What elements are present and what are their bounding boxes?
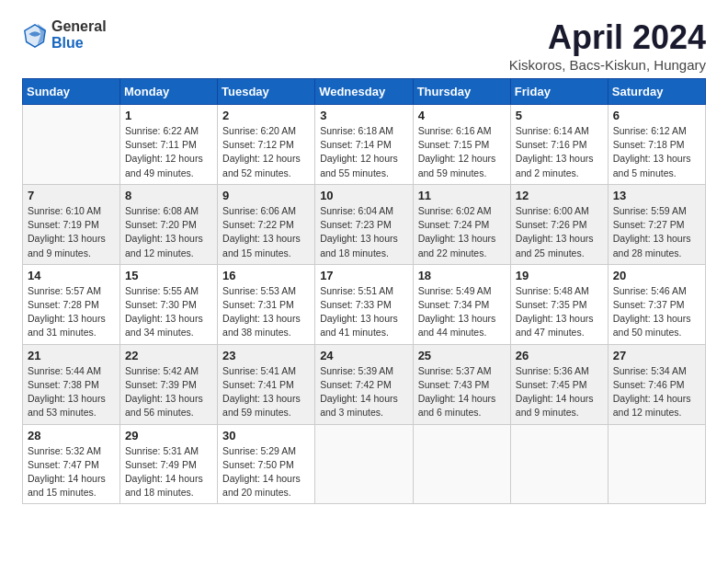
calendar-cell: [608, 424, 705, 504]
day-info: Sunrise: 5:55 AMSunset: 7:30 PMDaylight:…: [125, 284, 212, 340]
calendar-cell: 1Sunrise: 6:22 AMSunset: 7:11 PMDaylight…: [120, 105, 218, 185]
day-number: 11: [418, 189, 506, 202]
day-number: 18: [418, 269, 506, 282]
logo: General Blue: [22, 18, 107, 52]
calendar-cell: 11Sunrise: 6:02 AMSunset: 7:24 PMDayligh…: [413, 184, 510, 264]
calendar-cell: 6Sunrise: 6:12 AMSunset: 7:18 PMDaylight…: [608, 105, 705, 185]
day-info: Sunrise: 6:20 AMSunset: 7:12 PMDaylight:…: [222, 124, 310, 180]
logo-text: General Blue: [51, 18, 107, 52]
calendar-table: SundayMondayTuesdayWednesdayThursdayFrid…: [22, 78, 706, 504]
calendar-cell: 12Sunrise: 6:00 AMSunset: 7:26 PMDayligh…: [510, 184, 608, 264]
calendar-cell: 19Sunrise: 5:48 AMSunset: 7:35 PMDayligh…: [510, 264, 608, 344]
calendar-cell: 16Sunrise: 5:53 AMSunset: 7:31 PMDayligh…: [218, 264, 315, 344]
calendar-cell: [413, 424, 510, 504]
day-number: 3: [320, 109, 407, 122]
week-row-3: 14Sunrise: 5:57 AMSunset: 7:28 PMDayligh…: [23, 264, 706, 344]
page-header: General Blue April 2024 Kiskoros, Bacs-K…: [22, 18, 706, 73]
weekday-header-row: SundayMondayTuesdayWednesdayThursdayFrid…: [23, 79, 706, 105]
day-info: Sunrise: 6:04 AMSunset: 7:23 PMDaylight:…: [320, 204, 407, 260]
day-info: Sunrise: 5:34 AMSunset: 7:46 PMDaylight:…: [613, 364, 700, 420]
weekday-header-sunday: Sunday: [23, 79, 120, 105]
calendar-cell: [315, 424, 413, 504]
calendar-cell: 25Sunrise: 5:37 AMSunset: 7:43 PMDayligh…: [413, 344, 510, 424]
weekday-header-friday: Friday: [510, 79, 608, 105]
day-number: 26: [516, 349, 603, 362]
day-number: 27: [613, 349, 700, 362]
day-number: 9: [222, 189, 310, 202]
day-number: 13: [613, 189, 700, 202]
day-info: Sunrise: 5:44 AMSunset: 7:38 PMDaylight:…: [28, 364, 115, 420]
calendar-cell: [23, 105, 120, 185]
day-number: 7: [28, 189, 115, 202]
day-number: 30: [222, 429, 310, 442]
weekday-header-tuesday: Tuesday: [218, 79, 315, 105]
title-area: April 2024 Kiskoros, Bacs-Kiskun, Hungar…: [509, 18, 706, 73]
day-info: Sunrise: 5:31 AMSunset: 7:49 PMDaylight:…: [125, 444, 212, 500]
day-number: 22: [125, 349, 212, 362]
day-info: Sunrise: 5:37 AMSunset: 7:43 PMDaylight:…: [418, 364, 506, 420]
day-number: 17: [320, 269, 407, 282]
calendar-cell: 21Sunrise: 5:44 AMSunset: 7:38 PMDayligh…: [23, 344, 120, 424]
day-info: Sunrise: 5:46 AMSunset: 7:37 PMDaylight:…: [613, 284, 700, 340]
day-info: Sunrise: 5:39 AMSunset: 7:42 PMDaylight:…: [320, 364, 407, 420]
weekday-header-saturday: Saturday: [608, 79, 705, 105]
location-subtitle: Kiskoros, Bacs-Kiskun, Hungary: [509, 57, 706, 73]
week-row-5: 28Sunrise: 5:32 AMSunset: 7:47 PMDayligh…: [23, 424, 706, 504]
calendar-cell: 4Sunrise: 6:16 AMSunset: 7:15 PMDaylight…: [413, 105, 510, 185]
calendar-cell: 13Sunrise: 5:59 AMSunset: 7:27 PMDayligh…: [608, 184, 705, 264]
day-info: Sunrise: 5:57 AMSunset: 7:28 PMDaylight:…: [28, 284, 115, 340]
day-number: 23: [222, 349, 310, 362]
calendar-cell: 9Sunrise: 6:06 AMSunset: 7:22 PMDaylight…: [218, 184, 315, 264]
calendar-cell: 17Sunrise: 5:51 AMSunset: 7:33 PMDayligh…: [315, 264, 413, 344]
day-info: Sunrise: 5:41 AMSunset: 7:41 PMDaylight:…: [222, 364, 310, 420]
day-info: Sunrise: 5:42 AMSunset: 7:39 PMDaylight:…: [125, 364, 212, 420]
day-number: 20: [613, 269, 700, 282]
calendar-cell: 23Sunrise: 5:41 AMSunset: 7:41 PMDayligh…: [218, 344, 315, 424]
day-info: Sunrise: 6:16 AMSunset: 7:15 PMDaylight:…: [418, 124, 506, 180]
day-info: Sunrise: 5:59 AMSunset: 7:27 PMDaylight:…: [613, 204, 700, 260]
day-info: Sunrise: 6:12 AMSunset: 7:18 PMDaylight:…: [613, 124, 700, 180]
month-title: April 2024: [509, 18, 706, 57]
day-number: 10: [320, 189, 407, 202]
day-info: Sunrise: 6:14 AMSunset: 7:16 PMDaylight:…: [516, 124, 603, 180]
calendar-cell: 24Sunrise: 5:39 AMSunset: 7:42 PMDayligh…: [315, 344, 413, 424]
day-number: 28: [28, 429, 115, 442]
calendar-cell: 15Sunrise: 5:55 AMSunset: 7:30 PMDayligh…: [120, 264, 218, 344]
calendar-cell: 26Sunrise: 5:36 AMSunset: 7:45 PMDayligh…: [510, 344, 608, 424]
day-info: Sunrise: 6:22 AMSunset: 7:11 PMDaylight:…: [125, 124, 212, 180]
day-info: Sunrise: 5:53 AMSunset: 7:31 PMDaylight:…: [222, 284, 310, 340]
calendar-cell: [510, 424, 608, 504]
week-row-2: 7Sunrise: 6:10 AMSunset: 7:19 PMDaylight…: [23, 184, 706, 264]
day-info: Sunrise: 5:48 AMSunset: 7:35 PMDaylight:…: [516, 284, 603, 340]
day-info: Sunrise: 6:18 AMSunset: 7:14 PMDaylight:…: [320, 124, 407, 180]
day-info: Sunrise: 6:08 AMSunset: 7:20 PMDaylight:…: [125, 204, 212, 260]
calendar-cell: 14Sunrise: 5:57 AMSunset: 7:28 PMDayligh…: [23, 264, 120, 344]
week-row-4: 21Sunrise: 5:44 AMSunset: 7:38 PMDayligh…: [23, 344, 706, 424]
week-row-1: 1Sunrise: 6:22 AMSunset: 7:11 PMDaylight…: [23, 105, 706, 185]
day-number: 4: [418, 109, 506, 122]
day-number: 14: [28, 269, 115, 282]
day-info: Sunrise: 6:02 AMSunset: 7:24 PMDaylight:…: [418, 204, 506, 260]
day-number: 1: [125, 109, 212, 122]
day-number: 5: [516, 109, 603, 122]
day-info: Sunrise: 5:49 AMSunset: 7:34 PMDaylight:…: [418, 284, 506, 340]
weekday-header-wednesday: Wednesday: [315, 79, 413, 105]
logo-blue: Blue: [51, 35, 84, 51]
calendar-cell: 20Sunrise: 5:46 AMSunset: 7:37 PMDayligh…: [608, 264, 705, 344]
day-number: 2: [222, 109, 310, 122]
day-number: 8: [125, 189, 212, 202]
day-number: 19: [516, 269, 603, 282]
day-info: Sunrise: 6:10 AMSunset: 7:19 PMDaylight:…: [28, 204, 115, 260]
day-info: Sunrise: 6:00 AMSunset: 7:26 PMDaylight:…: [516, 204, 603, 260]
day-number: 12: [516, 189, 603, 202]
day-info: Sunrise: 5:51 AMSunset: 7:33 PMDaylight:…: [320, 284, 407, 340]
day-number: 29: [125, 429, 212, 442]
day-number: 21: [28, 349, 115, 362]
day-info: Sunrise: 5:29 AMSunset: 7:50 PMDaylight:…: [222, 444, 310, 500]
day-number: 24: [320, 349, 407, 362]
calendar-cell: 3Sunrise: 6:18 AMSunset: 7:14 PMDaylight…: [315, 105, 413, 185]
weekday-header-thursday: Thursday: [413, 79, 510, 105]
day-number: 6: [613, 109, 700, 122]
day-info: Sunrise: 5:32 AMSunset: 7:47 PMDaylight:…: [28, 444, 115, 500]
day-number: 15: [125, 269, 212, 282]
